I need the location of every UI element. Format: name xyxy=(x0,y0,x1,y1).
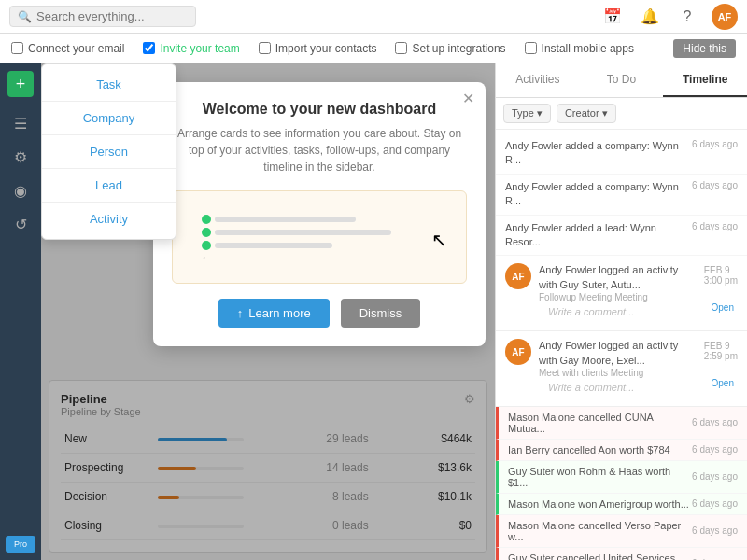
notification-icon[interactable]: 🔔 xyxy=(637,4,663,30)
status-item-text: Mason Malone won Amerigroup worth... xyxy=(508,498,692,510)
dismiss-button[interactable]: Dismiss xyxy=(341,299,421,328)
top-bar: 🔍 📅 🔔 ? AF xyxy=(0,0,747,34)
activity-card-body: Andy Fowler logged an activity with Gay … xyxy=(539,339,697,378)
status-item-cancelled[interactable]: Mason Malone cancelled CUNA Mutua... 6 d… xyxy=(496,407,747,440)
setup-integrations[interactable]: Set up integrations xyxy=(395,42,505,55)
dropdown-company[interactable]: Company xyxy=(42,102,176,135)
activity-time: 6 days ago xyxy=(692,139,738,149)
status-item-cancelled[interactable]: Guy Suter cancelled United Services Au..… xyxy=(496,548,747,560)
activity-time: 6 days ago xyxy=(692,221,738,231)
status-item-time: 6 days ago xyxy=(692,417,738,427)
activity-text: Andy Fowler added a company: Wynn R... xyxy=(505,180,684,209)
gear-icon[interactable]: ⚙ xyxy=(6,142,35,172)
activity-open-button[interactable]: Open xyxy=(712,302,734,313)
import-contacts-checkbox[interactable] xyxy=(259,42,271,54)
activity-card-body: Andy Fowler logged an activity with Guy … xyxy=(539,263,697,302)
invite-team-checkbox[interactable] xyxy=(143,42,155,54)
activity-card-meta: Meet with clients Meeting xyxy=(539,368,697,378)
right-panel: Activities To Do Timeline Type ▾ Creator… xyxy=(495,63,747,560)
activity-item[interactable]: Andy Fowler added a company: Wynn R... 6… xyxy=(496,175,747,216)
filter-type[interactable]: Type ▾ xyxy=(503,104,551,123)
search-box[interactable]: 🔍 xyxy=(9,6,196,27)
arrow-up-icon: ↑ xyxy=(237,306,244,320)
activity-card-date: FEB 93:00 pm xyxy=(704,265,738,286)
activity-comment-field[interactable]: Write a comment... xyxy=(505,378,738,399)
main-layout: + ☰ ⚙ ◉ ↺ Pro Task Company Person Lead A… xyxy=(0,63,747,560)
cursor-icon: ↖ xyxy=(431,229,447,251)
top-bar-right: 📅 🔔 ? AF xyxy=(599,4,738,30)
status-item-time: 6 days ago xyxy=(692,498,738,509)
modal-title: Welcome to your new dashboard xyxy=(172,101,467,118)
setup-mobile[interactable]: Install mobile apps xyxy=(525,42,634,55)
modal-illustration: ↑ ↖ xyxy=(172,190,467,284)
avatar[interactable]: AF xyxy=(712,4,738,30)
activity-card-header: AF Andy Fowler logged an activity with G… xyxy=(505,263,738,302)
activity-time: 6 days ago xyxy=(692,180,738,190)
status-item-cancelled[interactable]: Mason Malone cancelled Verso Paper w... … xyxy=(496,515,747,548)
activity-comment-field[interactable]: Write a comment... xyxy=(505,302,738,323)
dropdown-menu: Task Company Person Lead Activity xyxy=(41,63,176,240)
modal-content: ↑ ↖ xyxy=(172,190,467,284)
status-item-time: 6 days ago xyxy=(692,444,738,455)
activity-card-title: Andy Fowler logged an activity with Gay … xyxy=(539,339,697,368)
hide-button[interactable]: Hide this xyxy=(673,39,736,58)
status-item-text: Ian Berry cancelled Aon worth $784 xyxy=(508,444,692,455)
activity-card: AF Andy Fowler logged an activity with G… xyxy=(496,331,747,407)
filter-row: Type ▾ Creator ▾ xyxy=(496,98,747,130)
modal-close-button[interactable]: ✕ xyxy=(462,90,474,107)
status-item-text: Mason Malone cancelled Verso Paper w... xyxy=(508,520,692,542)
activity-item[interactable]: Andy Fowler added a company: Wynn R... 6… xyxy=(496,133,747,175)
add-button[interactable]: + xyxy=(7,71,34,97)
integrations-checkbox[interactable] xyxy=(395,42,407,54)
tab-todo[interactable]: To Do xyxy=(580,63,664,97)
mock-pipeline: ↑ xyxy=(202,211,436,263)
status-item-won[interactable]: Mason Malone won Amerigroup worth... 6 d… xyxy=(496,494,747,515)
activity-item[interactable]: Andy Fowler added a lead: Wynn Resor... … xyxy=(496,216,747,257)
mobile-checkbox[interactable] xyxy=(525,42,537,54)
status-item-text: Mason Malone cancelled CUNA Mutua... xyxy=(508,412,692,434)
modal-buttons: ↑ Learn more Dismiss xyxy=(172,299,467,328)
pro-badge[interactable]: Pro xyxy=(6,536,35,553)
status-item-text: Guy Suter cancelled United Services Au..… xyxy=(508,553,692,560)
circle-icon[interactable]: ◉ xyxy=(6,175,35,205)
filter-creator[interactable]: Creator ▾ xyxy=(557,104,616,123)
activity-text: Andy Fowler added a lead: Wynn Resor... xyxy=(505,221,684,250)
activity-card-header: AF Andy Fowler logged an activity with G… xyxy=(505,339,738,378)
learn-more-button[interactable]: ↑ Learn more xyxy=(218,299,330,328)
search-input[interactable] xyxy=(36,9,176,23)
tab-timeline[interactable]: Timeline xyxy=(663,63,747,97)
activity-open-button[interactable]: Open xyxy=(712,378,734,388)
status-item-time: 6 days ago xyxy=(692,525,738,536)
dropdown-task[interactable]: Task xyxy=(42,68,176,102)
activity-card-avatar: AF xyxy=(505,263,531,289)
dropdown-activity[interactable]: Activity xyxy=(42,203,176,235)
dropdown-person[interactable]: Person xyxy=(42,135,176,169)
activity-card-title: Andy Fowler logged an activity with Guy … xyxy=(539,263,697,292)
left-sidebar: + ☰ ⚙ ◉ ↺ Pro xyxy=(0,63,41,560)
setup-import-contacts[interactable]: Import your contacts xyxy=(259,42,377,55)
menu-icon[interactable]: ☰ xyxy=(6,108,35,138)
activity-text: Andy Fowler added a company: Wynn R... xyxy=(505,139,684,168)
activity-feed: Andy Fowler added a company: Wynn R... 6… xyxy=(496,130,747,560)
status-item-text: Guy Suter won Rohm & Haas worth $1... xyxy=(508,466,692,488)
setup-connect-email[interactable]: Connect your email xyxy=(11,42,124,55)
activity-card-date: FEB 92:59 pm xyxy=(704,341,738,361)
dropdown-lead[interactable]: Lead xyxy=(42,169,176,203)
modal-subtitle: Arrange cards to see information you car… xyxy=(172,125,467,175)
connect-email-checkbox[interactable] xyxy=(11,42,23,54)
search-icon: 🔍 xyxy=(18,10,32,23)
refresh-icon[interactable]: ↺ xyxy=(6,209,35,239)
status-item-won[interactable]: Guy Suter won Rohm & Haas worth $1... 6 … xyxy=(496,461,747,494)
welcome-modal: ✕ Welcome to your new dashboard Arrange … xyxy=(153,82,486,346)
setup-bar: Connect your email Invite your team Impo… xyxy=(0,34,747,63)
status-item-cancelled[interactable]: Ian Berry cancelled Aon worth $784 6 day… xyxy=(496,440,747,461)
calendar-icon[interactable]: 📅 xyxy=(599,4,626,30)
activity-card-avatar: AF xyxy=(505,339,531,365)
activity-card-meta: Followup Meeting Meeting xyxy=(539,292,697,302)
right-tabs: Activities To Do Timeline xyxy=(496,63,747,98)
setup-invite-team[interactable]: Invite your team xyxy=(143,42,239,55)
content-area: Task Company Person Lead Activity ✕ Welc… xyxy=(41,63,495,560)
help-icon[interactable]: ? xyxy=(674,4,700,30)
tab-activities[interactable]: Activities xyxy=(496,63,580,97)
activity-card: AF Andy Fowler logged an activity with G… xyxy=(496,256,747,331)
